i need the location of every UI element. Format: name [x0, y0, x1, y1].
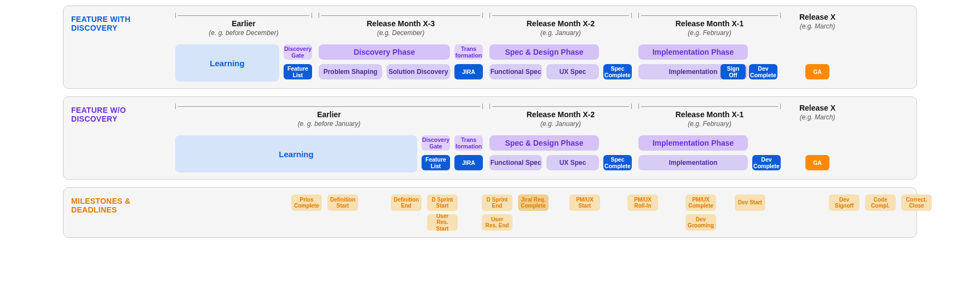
panel-title-with-discovery: FEATURE WITH DISCOVERY: [71, 15, 170, 32]
m-pmux-complete: PM/UX Complete: [685, 194, 716, 211]
chip-discovery-gate: Discovery Gate: [284, 44, 312, 60]
m-definition-end: Definition End: [391, 194, 422, 211]
chip-jira: JIRA: [454, 64, 483, 79]
m-dev-start: Dev Start: [735, 194, 765, 211]
learning-block: Learning: [175, 44, 279, 82]
chip-wo-transformation: Trans formation: [454, 135, 483, 151]
m-user-res-start: User Res. Start: [427, 214, 458, 231]
m-dev-signoff: Dev Signoff: [829, 194, 860, 211]
phase-wo-impl-header: Implementation Phase: [638, 135, 748, 151]
m-code-compl: Code Compl.: [865, 194, 896, 211]
timeline-headers: Earlier (e. g. before December) Release …: [175, 13, 909, 37]
th-x3-title: Release Month X-3: [319, 19, 483, 28]
chip-transformation: Trans formation: [454, 44, 483, 60]
m-d-sprint-start: D Sprint Start: [427, 194, 458, 211]
th-x1-title: Release Month X-1: [638, 19, 781, 28]
phase-wo-spec-sub1: Functional Spec: [489, 155, 542, 170]
chip-wo-feature-list: Feature List: [422, 155, 450, 170]
th-wo-x-sub: (e.g. March): [787, 113, 848, 121]
chip-wo-dev-complete: Dev Complete: [752, 155, 781, 170]
phase-discovery-sub1: Problem Shaping: [319, 64, 382, 79]
th-earlier-sub: (e. g. before December): [175, 29, 312, 37]
timeline-headers-wo: Earlier (e. g. before January) Release M…: [175, 104, 909, 128]
phase-spec-sub2: UX Spec: [546, 64, 599, 79]
m-pmux-start: PM/UX Start: [569, 194, 600, 211]
m-d-sprint-end: D Sprint End: [482, 194, 512, 211]
panel-title-milestones: MILESTONES & DEADLINES: [71, 197, 170, 214]
chip-wo-jira: JIRA: [454, 155, 483, 170]
phase-spec-sub1: Functional Spec: [489, 64, 542, 79]
m-definition-start: Definition Start: [327, 194, 358, 211]
panel-feature-with-discovery: FEATURE WITH DISCOVERY Earlier (e. g. be…: [63, 5, 917, 89]
th-wo-x-title: Release X: [787, 104, 848, 112]
panel-feature-without-discovery: FEATURE W/O DISCOVERY Earlier (e. g. bef…: [63, 96, 917, 180]
m-user-res-end: User Res. End: [482, 214, 512, 231]
th-x-title: Release X: [787, 13, 848, 21]
learning-block-wo: Learning: [175, 135, 417, 173]
panel-title-without-discovery: FEATURE W/O DISCOVERY: [71, 106, 170, 123]
panel-milestones: MILESTONES & DEADLINES Prios Complete De…: [63, 187, 917, 238]
chip-wo-discovery-gate: Discovery Gate: [422, 135, 450, 151]
chip-sign-off: Sign Off: [720, 64, 746, 79]
m-pmux-rollin: PM/UX Roll-In: [627, 194, 658, 211]
th-x3-sub: (e.g. December): [319, 29, 483, 37]
th-wo-x1-title: Release Month X-1: [638, 110, 781, 119]
th-wo-earlier-sub: (e. g. before January): [175, 120, 483, 128]
chip-spec-complete: Spec Complete: [603, 64, 632, 79]
chip-wo-spec-complete: Spec Complete: [603, 155, 632, 170]
phase-wo-impl-sub1: Implementation: [638, 155, 748, 170]
th-x-sub: (e.g. March): [787, 22, 848, 30]
chip-wo-ga: GA: [805, 155, 829, 170]
phase-impl-header: Implementation Phase: [638, 44, 748, 60]
th-wo-earlier-title: Earlier: [175, 110, 483, 119]
th-wo-x1-sub: (e.g. February): [638, 120, 781, 128]
th-wo-x2-title: Release Month X-2: [489, 110, 632, 119]
phase-discovery-sub2: Solution Discovery: [387, 64, 450, 79]
th-wo-x2-sub: (e.g. January): [489, 120, 632, 128]
th-earlier-title: Earlier: [175, 19, 312, 28]
phase-spec-header: Spec & Design Phase: [489, 44, 599, 60]
m-dev-grooming: Dev Grooming: [685, 214, 716, 231]
m-jira-req-complete: Jira/ Req. Complete: [518, 194, 549, 211]
chip-dev-complete: Dev Complete: [749, 64, 777, 79]
phase-wo-spec-sub2: UX Spec: [546, 155, 599, 170]
phase-discovery-header: Discovery Phase: [319, 44, 450, 60]
th-x2-sub: (e.g. January): [489, 29, 632, 37]
m-correct-close: Correct. Close: [901, 194, 932, 211]
chip-feature-list: Feature List: [284, 64, 312, 79]
th-x2-title: Release Month X-2: [489, 19, 632, 28]
th-x1-sub: (e.g. February): [638, 29, 781, 37]
chip-ga: GA: [805, 64, 829, 79]
phase-wo-spec-header: Spec & Design Phase: [489, 135, 599, 151]
m-prios-complete: Prios Complete: [291, 194, 322, 211]
